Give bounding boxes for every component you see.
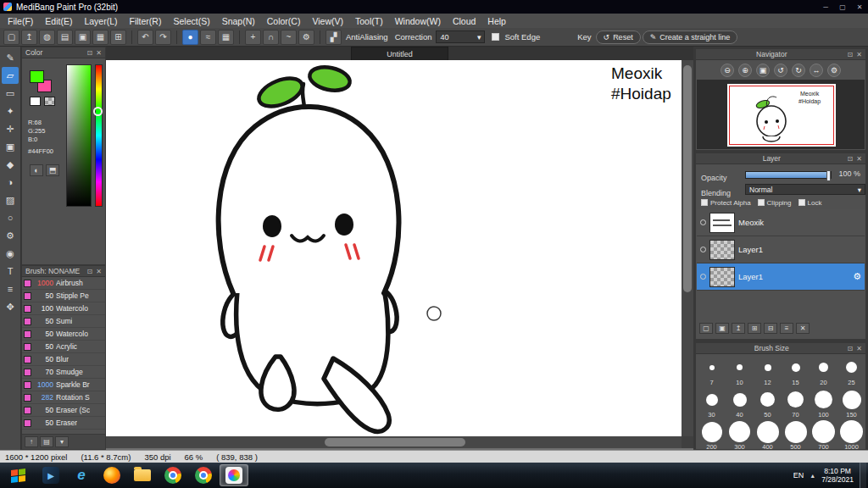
brush-size-option[interactable]: 40 xyxy=(726,388,754,420)
undo-button[interactable]: ↶ xyxy=(137,30,153,45)
horizontal-scroll-thumb[interactable] xyxy=(325,438,465,446)
menu-file[interactable]: File(F) xyxy=(2,14,39,28)
wave-snap-button[interactable]: ~ xyxy=(281,30,297,45)
layer-visibility-toggle[interactable] xyxy=(700,247,706,252)
move-tool[interactable]: ✛ xyxy=(2,120,19,137)
vertical-scrollbar[interactable] xyxy=(682,60,693,436)
menu-color[interactable]: Color(C) xyxy=(261,14,307,28)
brush-size-option[interactable]: 1000 xyxy=(837,420,865,450)
transfer-layer-button[interactable]: ↥ xyxy=(732,323,745,334)
brush-item[interactable]: 282 Rotation S xyxy=(22,391,105,404)
brush-size-option[interactable]: 7 xyxy=(698,356,726,388)
brush-item[interactable]: 50 Eraser xyxy=(22,417,105,430)
eraser-tool[interactable]: ▱ xyxy=(2,67,19,84)
brush-item[interactable]: 1000 Airbrush xyxy=(22,277,105,290)
soft-edge-toggle[interactable]: Soft Edge xyxy=(492,32,542,42)
select-eraser-tool[interactable]: ○ xyxy=(2,209,19,226)
hand-tool[interactable]: ✥ xyxy=(2,298,19,315)
close-icon[interactable]: ✕ xyxy=(856,51,862,58)
cross-snap-button[interactable]: + xyxy=(245,30,261,45)
brush-size-option[interactable]: 300 xyxy=(726,420,754,450)
lock-toggle[interactable]: Lock xyxy=(798,199,822,207)
navigator-view[interactable]: Meoxik #Hoidap xyxy=(697,80,865,149)
screentone-button[interactable]: ▦ xyxy=(218,30,234,45)
saturation-value-box[interactable] xyxy=(66,64,92,207)
close-icon[interactable]: ✕ xyxy=(96,268,102,275)
brush-size-option[interactable]: 12 xyxy=(754,356,782,388)
gradient-tool[interactable]: ◑ xyxy=(2,174,19,191)
internet-explorer-icon[interactable]: e xyxy=(67,464,96,486)
folder-icon[interactable] xyxy=(128,464,157,486)
add-layer-button[interactable]: ▢ xyxy=(699,323,713,334)
menu-snap[interactable]: Snap(N) xyxy=(216,14,261,28)
brush-up-button[interactable]: ↑ xyxy=(25,436,38,447)
brush-size-option[interactable]: 70 xyxy=(782,388,810,420)
brush-item[interactable]: 50 Stipple Pe xyxy=(22,290,105,302)
brush-size-option[interactable]: 400 xyxy=(754,420,782,450)
duplicate-layer-button[interactable]: ▣ xyxy=(715,323,729,334)
divide-tool[interactable]: ≡ xyxy=(2,280,19,297)
brush-menu-button[interactable]: ▾ xyxy=(55,436,69,447)
canvas-tab[interactable]: Untitled xyxy=(351,47,448,60)
rotate-left-button[interactable]: ↺ xyxy=(774,64,787,77)
reset-button[interactable]: ↺ Reset xyxy=(596,30,641,44)
close-button[interactable]: ✕ xyxy=(851,1,868,13)
opacity-slider-knob[interactable] xyxy=(826,170,831,181)
brush-size-option[interactable]: 50 xyxy=(754,388,782,420)
palette-swap-button[interactable]: ⬒ xyxy=(46,164,59,176)
popout-icon[interactable]: ⊡ xyxy=(848,155,854,163)
menu-help[interactable]: Help xyxy=(481,14,512,28)
marquee-select-tool[interactable]: ▭ xyxy=(2,85,19,102)
layer-visibility-toggle[interactable] xyxy=(700,219,706,225)
rotate-right-button[interactable]: ↻ xyxy=(792,64,805,77)
tray-expand-icon[interactable]: ▲ xyxy=(810,473,815,479)
grid-button[interactable]: ▦ xyxy=(92,30,108,45)
white-swatch[interactable] xyxy=(30,97,41,106)
layer-visibility-toggle[interactable] xyxy=(700,274,706,280)
save-button[interactable]: ↥ xyxy=(21,30,37,45)
close-icon[interactable]: ✕ xyxy=(856,155,862,163)
brush-item[interactable]: 1000 Sparkle Br xyxy=(22,379,105,391)
brush-item[interactable]: 50 Acrylic xyxy=(22,341,105,353)
brush-size-option[interactable]: 700 xyxy=(810,420,837,450)
curve-snap-button[interactable]: ∩ xyxy=(263,30,279,45)
show-desktop-button[interactable] xyxy=(860,463,866,488)
brush-size-option[interactable]: 100 xyxy=(810,388,837,420)
transparent-swatch[interactable] xyxy=(44,97,55,106)
layer-settings-icon[interactable]: ⚙ xyxy=(853,271,861,282)
comment-button[interactable]: ◍ xyxy=(39,30,55,45)
menu-window[interactable]: Window(W) xyxy=(389,14,447,28)
brush-size-option[interactable]: 500 xyxy=(782,420,810,450)
media-player-icon[interactable]: ▶ xyxy=(36,464,65,486)
menu-view[interactable]: View(V) xyxy=(306,14,349,28)
foreground-color-swatch[interactable] xyxy=(30,70,44,83)
transform-tool[interactable]: ▣ xyxy=(2,138,19,155)
start-button[interactable] xyxy=(0,463,36,488)
snap-settings-button[interactable]: ⚙ xyxy=(298,30,314,45)
add-brush-button[interactable]: ▤ xyxy=(40,436,53,447)
menu-tool[interactable]: Tool(T) xyxy=(349,14,389,28)
chrome-icon[interactable] xyxy=(159,464,187,486)
vertical-scroll-thumb[interactable] xyxy=(683,65,692,292)
blending-select[interactable]: Normal ▾ xyxy=(745,184,865,195)
menu-layer[interactable]: Layer(L) xyxy=(78,14,123,28)
chrome-icon-2[interactable] xyxy=(189,464,218,486)
clock[interactable]: 8:10 PM 7/28/2021 xyxy=(821,467,854,484)
layer-row[interactable]: Layer1 xyxy=(697,236,865,263)
brush-item[interactable]: 100 Watercolo xyxy=(22,302,105,315)
redo-button[interactable]: ↷ xyxy=(155,30,171,45)
brush-size-option[interactable]: 10 xyxy=(726,356,754,388)
pen-tool[interactable]: ✎ xyxy=(2,49,19,66)
soft-edge-checkbox[interactable] xyxy=(492,33,499,41)
opacity-slider[interactable] xyxy=(745,171,832,179)
merge-layer-button[interactable]: ⊟ xyxy=(764,323,777,334)
brush-item[interactable]: 50 Sumi xyxy=(22,315,105,328)
firefox-icon[interactable] xyxy=(97,464,126,486)
hue-bar[interactable] xyxy=(95,64,103,207)
text-tool[interactable]: T xyxy=(2,263,19,280)
brush-size-option[interactable]: 30 xyxy=(698,388,726,420)
protect-alpha-toggle[interactable]: Protect Alpha xyxy=(701,199,751,207)
pages-button[interactable]: ▤ xyxy=(57,30,73,45)
menu-edit[interactable]: Edit(E) xyxy=(39,14,78,28)
navigator-settings-button[interactable]: ⚙ xyxy=(827,64,841,77)
